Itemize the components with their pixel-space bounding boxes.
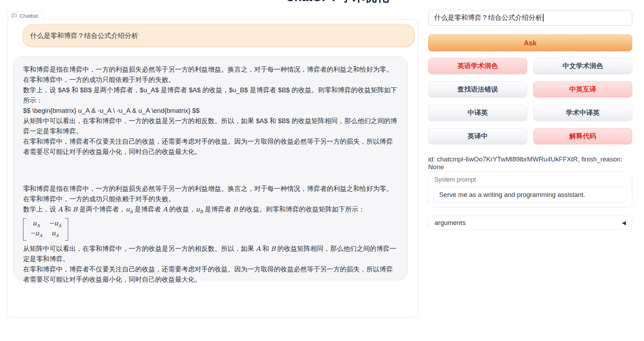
quick-action-button[interactable]: 英语学术润色 bbox=[428, 58, 527, 74]
app-title-partial: ChatGPT 学术优化 bbox=[273, 0, 401, 4]
bot-message-bubble: 零和博弈是指在博弈中，一方的利益损失必然等于另一方的利益增益。换言之，对于每一种… bbox=[13, 56, 408, 280]
math-symbol: −uA bbox=[30, 229, 42, 237]
collapse-arrow-icon: ◀ bbox=[622, 220, 626, 226]
math-symbol: B bbox=[271, 245, 275, 252]
quick-action-button[interactable]: 解释代码 bbox=[533, 128, 632, 144]
app-root: ChatGPT 学术优化 Chatbot 什么是零和博弈？结合公式介绍分析 零和… bbox=[0, 0, 644, 341]
bot-message-rendered: 零和博弈是指在博弈中，一方的利益损失必然等于另一方的利益增益。换言之，对于每一种… bbox=[23, 183, 398, 285]
user-message-bubble: 什么是零和博弈？结合公式介绍分析 bbox=[23, 24, 415, 47]
question-input-value: 什么是零和博弈？结合公式介绍分析 bbox=[434, 13, 542, 22]
ask-button[interactable]: Ask bbox=[428, 34, 632, 51]
question-input[interactable]: 什么是零和博弈？结合公式介绍分析 bbox=[428, 10, 632, 26]
math-symbol: B bbox=[233, 205, 238, 213]
math-symbol: uA bbox=[126, 205, 133, 213]
chatbot-label-tab: Chatbot bbox=[7, 11, 43, 20]
quick-actions-grid: 英语学术润色中文学术润色查找语法错误中英互译中译英学术中译英英译中解释代码 bbox=[428, 58, 632, 144]
bot-paragraph: 在零和博弈中，博弈者不仅要关注自己的收益，还需要考虑对手的收益。因为一方取得的收… bbox=[23, 264, 398, 285]
arguments-accordion[interactable]: arguments ◀ bbox=[428, 216, 632, 230]
quick-action-button[interactable]: 学术中译英 bbox=[533, 105, 632, 121]
system-prompt-label: System prompt bbox=[434, 176, 627, 183]
bot-message-raw-markdown: 零和博弈是指在博弈中，一方的利益损失必然等于另一方的利益增益。换言之，对于每一种… bbox=[23, 64, 398, 157]
math-symbol: A bbox=[256, 245, 261, 252]
math-symbol: −uA bbox=[49, 219, 61, 227]
math-symbol: uA bbox=[51, 229, 59, 237]
payoff-matrix: uA−uA−uAuA bbox=[23, 218, 68, 241]
response-status-line: id: chatcmpl-6wOo7KrYTwMl89lbrMWRu4UkFFX… bbox=[428, 155, 638, 171]
page-title: ChatGPT 学术优化 bbox=[273, 0, 401, 4]
math-symbol: A bbox=[163, 205, 168, 213]
chatbot-label: Chatbot bbox=[20, 13, 38, 19]
quick-action-button[interactable]: 查找语法错误 bbox=[428, 81, 527, 98]
chatbot-panel[interactable]: 什么是零和博弈？结合公式介绍分析 零和博弈是指在博弈中，一方的利益损失必然等于另… bbox=[7, 19, 418, 318]
quick-action-button[interactable]: 英译中 bbox=[428, 128, 527, 144]
system-prompt-input[interactable]: Serve me as a writing and programming as… bbox=[433, 187, 627, 203]
text-cursor bbox=[543, 14, 544, 22]
math-symbol: uB bbox=[196, 205, 203, 213]
system-prompt-panel: System prompt Serve me as a writing and … bbox=[428, 171, 632, 208]
bot-paragraph: 从矩阵中可以看出，在零和博弈中，一方的收益是另一方的相反数。所以，如果 A 和 … bbox=[23, 243, 398, 264]
quick-action-button[interactable]: 中英互译 bbox=[533, 81, 632, 98]
chat-bubble-icon bbox=[11, 13, 17, 19]
math-symbol: uA bbox=[33, 219, 40, 227]
bot-paragraph: 数学上，设 A 和 B 是两个博弈者，uA 是博弈者 A 的收益，uB 是博弈者… bbox=[23, 204, 398, 217]
math-symbol: A bbox=[58, 205, 62, 213]
math-symbol: B bbox=[73, 205, 77, 213]
bot-paragraph: 零和博弈是指在博弈中，一方的利益损失必然等于另一方的利益增益。换言之，对于每一种… bbox=[23, 183, 398, 204]
arguments-accordion-label: arguments bbox=[435, 219, 465, 227]
user-message-text: 什么是零和博弈？结合公式介绍分析 bbox=[30, 31, 138, 40]
quick-action-button[interactable]: 中文学术润色 bbox=[533, 58, 632, 74]
quick-action-button[interactable]: 中译英 bbox=[428, 105, 527, 121]
